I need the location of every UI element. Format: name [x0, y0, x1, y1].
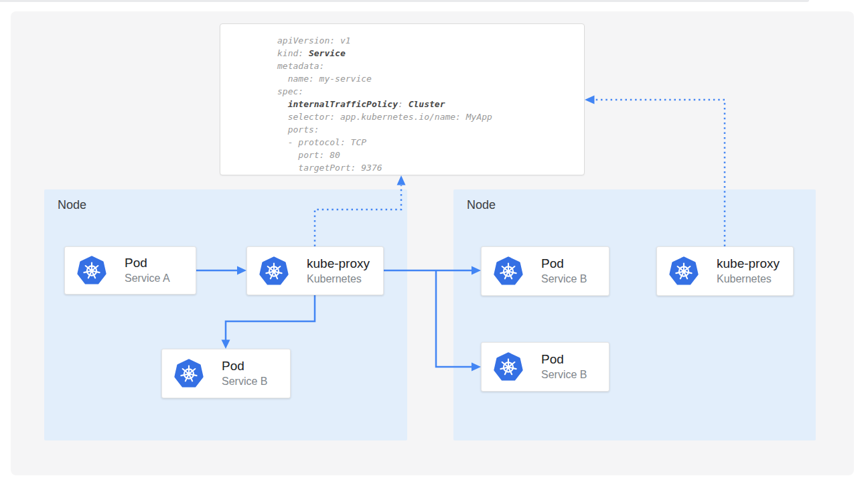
node-panel-left: Node: [44, 189, 407, 440]
kubernetes-icon: [76, 255, 107, 286]
service-yaml-card: apiVersion: v1 kind: Service metadata: n…: [220, 23, 585, 175]
card-pod-service-b-left: Pod Service B: [161, 349, 291, 398]
node-label: Node: [58, 198, 86, 212]
kubernetes-icon: [259, 256, 289, 287]
yaml-line: spec:: [277, 85, 577, 98]
card-subtitle: Service A: [125, 271, 170, 286]
card-pod-service-a: Pod Service A: [64, 246, 196, 295]
yaml-line-internal-traffic-policy: internalTrafficPolicy: Cluster: [277, 98, 577, 110]
kubernetes-icon: [493, 256, 524, 287]
card-pod-service-b-top: Pod Service B: [481, 246, 609, 296]
kubernetes-icon: [173, 358, 204, 389]
kubernetes-icon: [493, 351, 524, 382]
yaml-line: ports:: [277, 123, 577, 136]
node-label: Node: [467, 198, 496, 212]
card-subtitle: Service B: [541, 272, 587, 287]
top-divider: [0, 0, 809, 2]
yaml-line: name: my-service: [277, 72, 577, 85]
kubernetes-icon: [668, 256, 699, 287]
card-title: Pod: [125, 255, 170, 271]
diagram-stage: apiVersion: v1 kind: Service metadata: n…: [0, 0, 868, 488]
yaml-line: kind: Service: [277, 47, 577, 60]
yaml-line: selector: app.kubernetes.io/name: MyApp: [277, 110, 577, 123]
card-title: kube-proxy: [717, 256, 780, 272]
card-kube-proxy-left: kube-proxy Kubernetes: [246, 246, 384, 295]
card-pod-service-b-bottom: Pod Service B: [481, 342, 609, 392]
node-panel-right: Node: [453, 189, 816, 440]
yaml-line: targetPort: 9376: [277, 161, 577, 174]
card-subtitle: Kubernetes: [307, 272, 370, 287]
card-subtitle: Service B: [222, 374, 267, 389]
yaml-line: port: 80: [277, 149, 577, 161]
card-kube-proxy-right: kube-proxy Kubernetes: [656, 246, 794, 296]
card-title: Pod: [222, 358, 267, 374]
card-title: Pod: [541, 256, 587, 272]
yaml-line: metadata:: [277, 60, 577, 72]
yaml-line: apiVersion: v1: [277, 34, 577, 47]
card-subtitle: Service B: [541, 368, 587, 382]
card-subtitle: Kubernetes: [717, 272, 780, 287]
card-title: kube-proxy: [307, 256, 370, 272]
yaml-line: - protocol: TCP: [277, 136, 577, 149]
card-title: Pod: [541, 351, 587, 368]
